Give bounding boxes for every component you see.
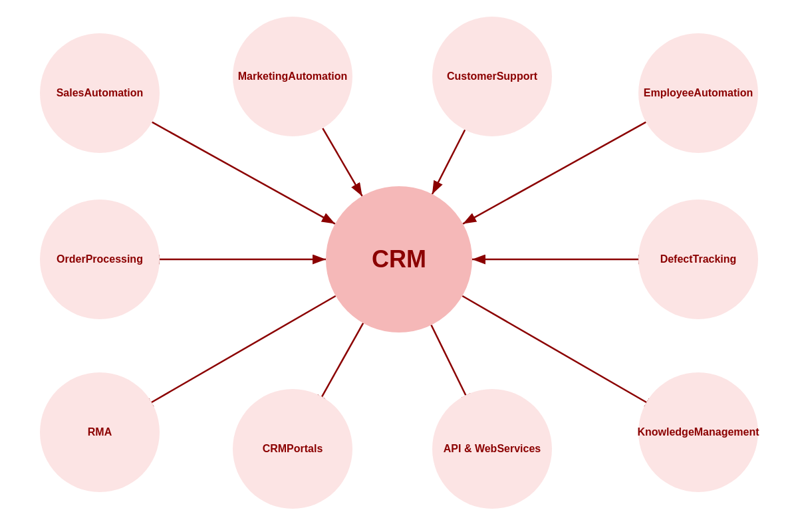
customer-support-node: CustomerSupport bbox=[432, 17, 552, 136]
api-web-services-node: API & WebServices bbox=[432, 389, 552, 509]
marketing-automation-node: MarketingAutomation bbox=[233, 17, 352, 136]
marketing-automation-arrow bbox=[323, 128, 362, 196]
rma-node: RMA bbox=[40, 372, 160, 492]
sales-automation-node: SalesAutomation bbox=[40, 33, 160, 153]
crm-portals-node: CRMPortals bbox=[233, 389, 352, 509]
crm-center-node: CRM bbox=[326, 186, 472, 332]
crm-portals-arrow bbox=[322, 323, 363, 397]
knowledge-management-arrow bbox=[462, 296, 646, 402]
defect-tracking-node: DefectTracking bbox=[638, 200, 758, 319]
customer-support-arrow bbox=[432, 130, 465, 194]
sales-automation-arrow bbox=[152, 122, 335, 224]
employee-automation-node: EmployeeAutomation bbox=[638, 33, 758, 153]
order-processing-node: OrderProcessing bbox=[40, 200, 160, 319]
employee-automation-arrow bbox=[463, 122, 646, 224]
knowledge-management-node: KnowledgeManagement bbox=[638, 372, 758, 492]
crm-diagram: CRMSalesAutomationMarketingAutomationCus… bbox=[0, 0, 798, 532]
api-web-services-arrow bbox=[431, 325, 466, 395]
rma-arrow bbox=[152, 296, 336, 402]
